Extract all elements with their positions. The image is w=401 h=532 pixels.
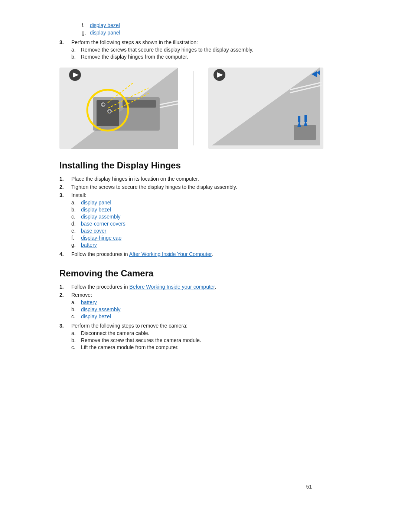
step3-content: Perform the following steps as shown in … <box>71 39 253 61</box>
step3-a-label: a. <box>71 47 81 53</box>
prereq-f-label: f. <box>82 22 88 28</box>
remove-step2-num: 2. <box>59 292 71 298</box>
step3-b-text: Remove the display hinges from the compu… <box>81 54 188 60</box>
remove-step2-text: Remove: <box>71 292 92 298</box>
remove-camera-c-text: Lift the camera module from the computer… <box>81 344 179 350</box>
install-step1-num: 1. <box>59 176 71 182</box>
install-step4-content: Follow the procedures in After Working I… <box>71 251 213 257</box>
step3-number: 3. <box>59 39 71 45</box>
install-d-link[interactable]: base-corner covers <box>81 221 125 227</box>
remove-c-link[interactable]: display bezel <box>81 313 111 319</box>
illustration-left <box>59 68 178 149</box>
prereq-g-link[interactable]: display panel <box>90 30 120 36</box>
install-g: g. battery <box>71 242 125 248</box>
prereq-g-label: g. <box>82 30 88 36</box>
svg-rect-23 <box>298 116 300 122</box>
install-d: d. base-corner covers <box>71 221 125 227</box>
svg-rect-21 <box>294 125 316 140</box>
install-step3-text: Install: <box>71 192 86 198</box>
remove-step2-content: Remove: a. battery b. display assembly c… <box>71 292 121 321</box>
remove-step1: 1. Follow the procedures in Before Worki… <box>59 284 356 290</box>
install-step1-text: Place the display hinges in its location… <box>71 176 199 182</box>
remove-step3: 3. Perform the following steps to remove… <box>59 323 356 351</box>
illustration-divider <box>193 71 193 145</box>
remove-step1-num: 1. <box>59 284 71 290</box>
install-step3-num: 3. <box>59 192 71 198</box>
remove-step1-content: Follow the procedures in Before Working … <box>71 284 216 290</box>
install-step4-num: 4. <box>59 251 71 257</box>
install-sublist: a. display panel b. display bezel c. dis… <box>71 200 125 248</box>
install-step1: 1. Place the display hinges in its locat… <box>59 176 356 182</box>
install-step4-link[interactable]: After Working Inside Your Computer <box>129 251 212 257</box>
remove-step3-num: 3. <box>59 323 71 329</box>
remove-sublist: a. battery b. display assembly c. displa… <box>71 299 121 319</box>
illustration-area <box>59 68 356 149</box>
install-step2: 2. Tighten the screws to secure the disp… <box>59 184 356 190</box>
remove-steps: 1. Follow the procedures in Before Worki… <box>59 284 356 351</box>
remove-camera-a-text: Disconnect the camera cable. <box>81 330 149 336</box>
install-step2-text: Tighten the screws to secure the display… <box>71 184 237 190</box>
remove-camera-c: c. Lift the camera module from the compu… <box>71 344 201 350</box>
illustration-right <box>208 68 323 149</box>
step3-b: b. Remove the display hinges from the co… <box>71 54 253 60</box>
install-a: a. display panel <box>71 200 125 206</box>
step3-item: 3. Perform the following steps as shown … <box>59 39 356 61</box>
page-number: 51 <box>306 484 312 490</box>
install-step4-prefix: Follow the procedures in <box>71 251 129 257</box>
install-e: e. base cover <box>71 228 125 234</box>
installing-title: Installing the Display Hinges <box>59 160 356 171</box>
install-step3: 3. Install: a. display panel b. display … <box>59 192 356 249</box>
install-steps: 1. Place the display hinges in its locat… <box>59 176 356 257</box>
remove-step1-suffix: . <box>215 284 216 290</box>
installing-section: Installing the Display Hinges 1. Place t… <box>59 160 356 257</box>
remove-camera-sublist: a. Disconnect the camera cable. b. Remov… <box>71 330 201 350</box>
install-step3-content: Install: a. display panel b. display bez… <box>71 192 125 249</box>
install-e-link[interactable]: base cover <box>81 228 106 234</box>
remove-b: b. display assembly <box>71 306 121 312</box>
remove-step1-link[interactable]: Before Working Inside your computer <box>129 284 215 290</box>
prereq-item-g: g. display panel <box>82 30 356 36</box>
step3-intro: Perform the following steps as shown in … <box>71 39 198 45</box>
prereq-f-link[interactable]: display bezel <box>90 22 120 28</box>
install-step2-num: 2. <box>59 184 71 190</box>
prereq-list: f. display bezel g. display panel <box>59 22 356 36</box>
install-g-link[interactable]: battery <box>81 242 97 248</box>
prereq-item-f: f. display bezel <box>82 22 356 28</box>
remove-step3-content: Perform the following steps to remove th… <box>71 323 201 351</box>
step3-sublist: a. Remove the screws that secure the dis… <box>71 47 253 60</box>
remove-step1-prefix: Follow the procedures in <box>71 284 129 290</box>
removing-section: Removing the Camera 1. Follow the proced… <box>59 268 356 351</box>
install-f: f. display-hinge cap <box>71 235 125 241</box>
install-b-link[interactable]: display bezel <box>81 207 111 213</box>
remove-camera-b: b. Remove the screw that secures the cam… <box>71 337 201 343</box>
step3-a: a. Remove the screws that secure the dis… <box>71 47 253 53</box>
install-c: c. display assembly <box>71 214 125 220</box>
svg-rect-25 <box>304 115 307 122</box>
remove-camera-a: a. Disconnect the camera cable. <box>71 330 201 336</box>
install-f-link[interactable]: display-hinge cap <box>81 235 121 241</box>
remove-a: a. battery <box>71 299 121 305</box>
remove-step3-text: Perform the following steps to remove th… <box>71 323 188 329</box>
remove-a-link[interactable]: battery <box>81 299 97 305</box>
removing-title: Removing the Camera <box>59 268 356 279</box>
install-b: b. display bezel <box>71 207 125 213</box>
step3-a-text: Remove the screws that secure the displa… <box>81 47 253 53</box>
step3-b-label: b. <box>71 54 81 60</box>
install-a-link[interactable]: display panel <box>81 200 111 206</box>
remove-camera-b-text: Remove the screw that secures the camera… <box>81 337 201 343</box>
remove-b-link[interactable]: display assembly <box>81 306 121 312</box>
install-c-link[interactable]: display assembly <box>81 214 121 220</box>
install-step4-suffix: . <box>212 251 213 257</box>
remove-c: c. display bezel <box>71 313 121 319</box>
remove-step2: 2. Remove: a. battery b. display assembl… <box>59 292 356 321</box>
install-step4: 4. Follow the procedures in After Workin… <box>59 251 356 257</box>
